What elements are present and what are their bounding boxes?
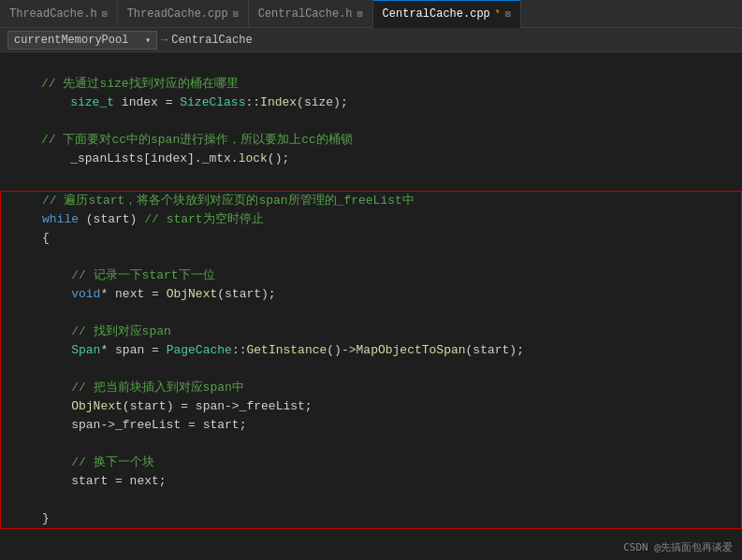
code-line: // 换下一个块 bbox=[1, 453, 741, 472]
watermark: CSDN @先搞面包再谈爱 bbox=[623, 540, 733, 554]
code-line bbox=[1, 248, 741, 266]
code-line: size_t index = SizeClass::Index(size); bbox=[0, 93, 742, 112]
breadcrumb-item: CentralCache bbox=[171, 34, 252, 47]
code-line: span->_freeList = start; bbox=[1, 416, 741, 435]
breadcrumb-arrow: → bbox=[161, 34, 167, 47]
code-line bbox=[0, 56, 742, 75]
tab-threadcache-h[interactable]: ThreadCache.h ⊠ bbox=[0, 0, 118, 28]
code-line: _spanLists[index]._mtx.lock(); bbox=[0, 150, 742, 168]
tab-label: CentralCache.h bbox=[258, 7, 353, 21]
highlighted-code-block: // 遍历start，将各个块放到对应页的span所管理的_freeList中 … bbox=[0, 191, 742, 529]
tab-label: CentralCache.cpp bbox=[383, 7, 490, 21]
code-line: Span* span = PageCache::GetInstance()->M… bbox=[1, 341, 741, 360]
code-line bbox=[1, 435, 741, 453]
code-line bbox=[1, 491, 741, 510]
code-line: // 记录一下start下一位 bbox=[1, 266, 741, 285]
tab-threadcache-cpp[interactable]: ThreadCache.cpp ⊠ bbox=[118, 0, 249, 28]
code-line bbox=[1, 360, 741, 379]
code-line: void* next = ObjNext(start); bbox=[1, 285, 741, 304]
code-line: } bbox=[1, 510, 741, 528]
code-line: start = next; bbox=[1, 472, 741, 491]
code-line: // 找到对应span bbox=[1, 323, 741, 341]
tab-pin-icon: ⊠ bbox=[505, 8, 511, 20]
breadcrumb-dropdown[interactable]: currentMemoryPool ▾ bbox=[7, 31, 157, 50]
tab-pin-icon: ⊠ bbox=[102, 8, 108, 20]
tab-bar: ThreadCache.h ⊠ ThreadCache.cpp ⊠ Centra… bbox=[0, 0, 742, 28]
dropdown-arrow-icon: ▾ bbox=[145, 35, 151, 46]
tab-pin-icon: ⊠ bbox=[233, 8, 239, 20]
code-line: // 下面要对cc中的span进行操作，所以要加上cc的桶锁 bbox=[0, 131, 742, 150]
code-line bbox=[0, 112, 742, 131]
dropdown-label: currentMemoryPool bbox=[14, 34, 128, 47]
tab-label: ThreadCache.h bbox=[9, 7, 97, 21]
breadcrumb-bar: currentMemoryPool ▾ → CentralCache bbox=[0, 28, 742, 52]
tab-centralcache-cpp[interactable]: CentralCache.cpp * ⊠ bbox=[373, 0, 521, 28]
code-line bbox=[1, 304, 741, 323]
code-line-while: while (start) // start为空时停止 bbox=[1, 210, 741, 229]
tab-modified-icon: * bbox=[495, 9, 501, 20]
code-line: { bbox=[1, 229, 741, 248]
code-line: // 把当前块插入到对应span中 bbox=[1, 379, 741, 397]
tab-label: ThreadCache.cpp bbox=[127, 7, 228, 21]
code-line: // 遍历start，将各个块放到对应页的span所管理的_freeList中 bbox=[1, 192, 741, 210]
code-editor: // 先通过size找到对应的桶在哪里 size_t index = SizeC… bbox=[0, 52, 742, 560]
tab-centralcache-h[interactable]: CentralCache.h ⊠ bbox=[249, 0, 373, 28]
code-line bbox=[0, 168, 742, 187]
tab-pin-icon: ⊠ bbox=[357, 8, 363, 20]
code-line: ObjNext(start) = span->_freeList; bbox=[1, 397, 741, 416]
code-line: // 先通过size找到对应的桶在哪里 bbox=[0, 75, 742, 93]
code-area[interactable]: // 先通过size找到对应的桶在哪里 size_t index = SizeC… bbox=[0, 52, 742, 560]
